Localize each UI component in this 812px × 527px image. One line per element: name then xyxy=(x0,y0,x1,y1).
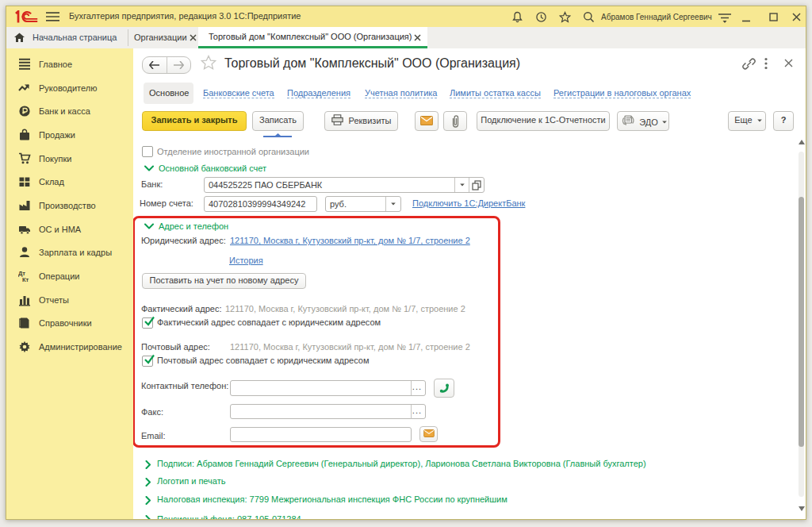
svg-text:Кт: Кт xyxy=(22,276,29,283)
